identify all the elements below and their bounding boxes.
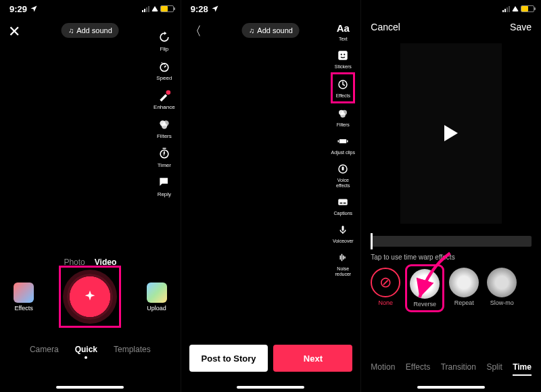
status-bar xyxy=(361,0,541,16)
tab-quick[interactable]: Quick xyxy=(75,345,97,354)
effect-category-tabs: Motion Effects Transition Split Time xyxy=(361,362,541,372)
tab-effects[interactable]: Effects xyxy=(406,362,430,372)
svg-rect-20 xyxy=(339,199,348,205)
tool-noise-reducer[interactable]: Noise reducer xyxy=(331,250,355,277)
tool-reply[interactable]: Reply xyxy=(157,175,172,197)
tab-templates[interactable]: Templates xyxy=(114,345,151,354)
tool-timer[interactable]: 3Timer xyxy=(157,146,172,168)
speed-icon: 1x xyxy=(157,59,172,74)
tab-photo[interactable]: Photo xyxy=(64,258,85,267)
svg-rect-19 xyxy=(342,166,344,170)
fx-repeat[interactable]: Repeat xyxy=(449,268,479,306)
effects-icon xyxy=(335,77,350,92)
tool-voice-effects[interactable]: Voice effects xyxy=(331,162,355,189)
fx-slow-mo[interactable]: Slow-mo xyxy=(487,268,517,306)
cancel-button[interactable]: Cancel xyxy=(371,22,400,32)
wifi-icon xyxy=(151,6,158,11)
record-button-highlight xyxy=(61,268,119,326)
tool-enhance[interactable]: Enhance xyxy=(154,88,175,110)
reverse-thumb xyxy=(410,269,440,299)
flip-icon xyxy=(157,30,172,45)
effects-button[interactable]: Effects xyxy=(14,283,34,312)
none-icon: ⊘ xyxy=(371,268,400,297)
clock: 9:29 xyxy=(9,4,27,14)
add-sound-button[interactable]: ♫ Add sound xyxy=(62,23,119,38)
capture-mode-tabs: Photo Video xyxy=(0,258,181,267)
tab-split[interactable]: Split xyxy=(486,362,502,372)
timeline-scrubber[interactable] xyxy=(371,236,532,247)
signal-icon xyxy=(502,6,510,12)
home-indicator xyxy=(237,386,304,389)
upload-button[interactable]: Upload xyxy=(147,283,167,312)
enhance-icon xyxy=(157,88,172,103)
tool-adjust-clips[interactable]: Adjust clips xyxy=(331,134,355,155)
add-sound-label: Add sound xyxy=(76,26,112,34)
next-button[interactable]: Next xyxy=(273,345,352,372)
music-note-icon: ♫ xyxy=(68,26,74,34)
tool-flip[interactable]: Flip xyxy=(157,30,172,52)
close-button[interactable]: ✕ xyxy=(8,23,20,41)
tab-time[interactable]: Time xyxy=(513,362,532,372)
fx-none[interactable]: ⊘None xyxy=(371,268,400,306)
tab-camera[interactable]: Camera xyxy=(30,345,59,354)
tool-stickers[interactable]: Stickers xyxy=(335,48,352,70)
post-to-story-button[interactable]: Post to Story xyxy=(189,345,268,372)
repeat-thumb xyxy=(449,268,479,297)
svg-rect-8 xyxy=(339,51,348,60)
home-indicator xyxy=(417,386,485,389)
upload-thumb-icon xyxy=(147,283,167,303)
record-button[interactable] xyxy=(67,274,113,320)
adjust-clips-icon xyxy=(335,134,350,149)
save-button[interactable]: Save xyxy=(510,22,532,32)
status-bar: 9:28 xyxy=(181,0,361,16)
tool-speed[interactable]: 1xSpeed xyxy=(156,59,172,81)
noise-reducer-icon xyxy=(335,250,350,265)
tool-filters[interactable]: Filters xyxy=(157,117,172,139)
tool-filters[interactable]: Filters xyxy=(335,106,350,128)
svg-point-14 xyxy=(341,113,346,118)
svg-text:1x: 1x xyxy=(161,62,165,66)
effects-thumb-icon xyxy=(14,283,34,303)
battery-icon xyxy=(160,5,174,12)
tool-effects-highlight[interactable]: Effects xyxy=(334,76,352,100)
svg-point-5 xyxy=(162,123,167,128)
stickers-icon xyxy=(335,48,350,63)
hint-text: Tap to use time warp effects xyxy=(371,253,532,261)
filters-icon xyxy=(335,106,350,121)
svg-rect-16 xyxy=(338,141,339,143)
tab-transition[interactable]: Transition xyxy=(441,362,476,372)
text-icon: Aa xyxy=(335,20,350,35)
add-sound-label: Add sound xyxy=(257,26,293,34)
captions-icon xyxy=(335,195,350,210)
wifi-icon xyxy=(512,6,519,11)
svg-rect-17 xyxy=(347,141,348,143)
music-note-icon: ♫ xyxy=(249,26,254,34)
screen-record: 9:29 ✕ ♫ Add sound Flip 1xSpeed Enhance … xyxy=(0,0,181,392)
scrub-cursor[interactable] xyxy=(371,233,373,249)
clock: 9:28 xyxy=(191,4,208,14)
voice-effects-icon xyxy=(335,162,350,176)
tool-captions[interactable]: Captions xyxy=(333,195,352,216)
back-button[interactable]: 〈 xyxy=(189,23,202,39)
tools-rail: Flip 1xSpeed Enhance Filters 3Timer Repl… xyxy=(154,30,175,197)
add-sound-button[interactable]: ♫ Add sound xyxy=(242,23,300,38)
screen-edit: 9:28 〈 ♫ Add sound AaText Stickers Effec… xyxy=(181,0,361,392)
status-bar: 9:29 xyxy=(0,0,181,16)
signal-icon xyxy=(142,6,149,12)
play-icon xyxy=(444,125,458,141)
time-effects-row: ⊘None Reverse Repeat Slow-mo xyxy=(371,268,532,309)
screen-time-effects: Cancel Save Tap to use time warp effects… xyxy=(360,0,541,392)
tab-video[interactable]: Video xyxy=(95,258,116,267)
battery-icon xyxy=(521,5,534,12)
tab-motion[interactable]: Motion xyxy=(371,362,395,372)
video-preview[interactable] xyxy=(400,43,502,224)
voiceover-icon xyxy=(335,222,350,237)
bottom-mode-tabs: Camera Quick Templates xyxy=(0,345,181,354)
svg-text:3: 3 xyxy=(162,152,164,156)
tool-text[interactable]: AaText xyxy=(335,20,350,42)
tool-voiceover[interactable]: Voiceover xyxy=(333,222,354,244)
svg-point-2 xyxy=(166,91,170,95)
sparkle-icon xyxy=(83,289,97,304)
svg-point-9 xyxy=(341,53,342,55)
fx-reverse-highlight[interactable]: Reverse xyxy=(408,268,441,309)
